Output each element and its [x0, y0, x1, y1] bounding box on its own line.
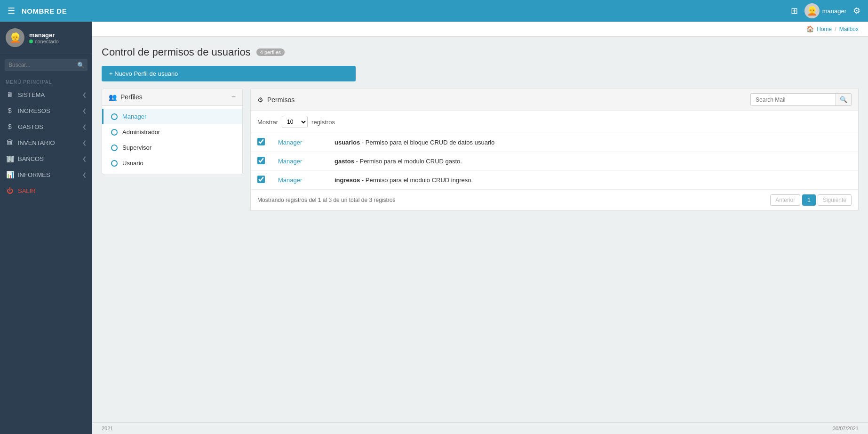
salir-icon: ⏻: [6, 187, 14, 194]
menu-section-label: MENÚ PRINCIPAL: [0, 76, 92, 87]
page-badge: 4 perfiles: [256, 48, 285, 56]
search-icon: 🔍: [77, 62, 85, 69]
grid-icon[interactable]: ⊞: [791, 6, 798, 16]
profiles-panel: 👥 Perfiles − Manager Administrador: [102, 88, 243, 174]
table-row: Manager usuarios - Permiso para el bloqu…: [251, 133, 858, 152]
sidebar-item-ingresos[interactable]: $ INGRESOS ❮: [0, 103, 92, 119]
permisos-tbody: Manager usuarios - Permiso para el bloqu…: [251, 133, 858, 189]
gear-icon[interactable]: ⚙: [853, 6, 860, 16]
inventario-icon: 🏛: [6, 139, 14, 146]
avatar: 👱: [804, 3, 820, 18]
profile-dot-usuario: [111, 160, 118, 167]
permisos-search-button[interactable]: 🔍: [836, 94, 851, 105]
perm-profile-cell-3: Manager: [271, 171, 328, 190]
sidebar-item-bancos[interactable]: 🏢 BANCOS ❮: [0, 151, 92, 167]
permisos-title-group: ⚙ Permisos: [257, 96, 295, 104]
permisos-panel: ⚙ Permisos 🔍 Mostrar 10 25: [250, 88, 859, 211]
hamburger-icon[interactable]: ☰: [8, 6, 15, 16]
permisos-search-input[interactable]: [751, 94, 836, 105]
next-page-button[interactable]: Siguiente: [818, 194, 852, 206]
profile-item-usuario[interactable]: Usuario: [102, 155, 242, 171]
profiles-panel-header: 👥 Perfiles −: [102, 88, 242, 106]
table-row: Manager gastos - Permiso para el modulo …: [251, 152, 858, 171]
page-header: Control de permisos de usuarios 4 perfil…: [102, 46, 859, 58]
perm-profile-link-2[interactable]: Manager: [278, 158, 302, 165]
top-nav-left: ☰ NOMBRE DE: [8, 6, 67, 16]
profile-list: Manager Administrador Supervisor Us: [102, 106, 242, 174]
sidebar-label-gastos: GASTOS: [18, 123, 79, 130]
perm-bold-2: gastos: [334, 158, 354, 165]
sidebar-item-informes[interactable]: 📊 INFORMES ❮: [0, 167, 92, 183]
profiles-panel-title: Perfiles: [120, 93, 143, 101]
perm-bold-1: usuarios: [334, 139, 360, 146]
gear-permisos-icon: ⚙: [257, 96, 263, 104]
user-menu[interactable]: 👱 manager: [804, 3, 846, 18]
profile-label-administrador: Administrador: [122, 129, 160, 136]
status-dot: [29, 40, 33, 43]
minimize-icon[interactable]: −: [231, 93, 236, 101]
prev-page-button[interactable]: Anterior: [770, 194, 800, 206]
show-label: Mostrar: [257, 119, 278, 126]
breadcrumb-separator: /: [835, 26, 836, 32]
page-1-button[interactable]: 1: [802, 194, 816, 206]
top-navbar: ☰ NOMBRE DE ⊞ 👱 manager ⚙: [0, 0, 868, 22]
sidebar-item-gastos[interactable]: $ GASTOS ❮: [0, 119, 92, 135]
perm-description-1: usuarios - Permiso para el bloque CRUD d…: [334, 139, 494, 146]
content-area: 🏠 Home / Mailbox Control de permisos de …: [92, 22, 868, 434]
perm-rest-2: - Permiso para el modulo CRUD gasto.: [354, 158, 462, 165]
sidebar-item-sistema[interactable]: 🖥 SISTEMA ❮: [0, 87, 92, 103]
profile-label-usuario: Usuario: [122, 160, 143, 167]
show-select[interactable]: 10 25 50 100: [282, 116, 308, 128]
footer-info: Mostrando registros del 1 al 3 de un tot…: [257, 197, 396, 203]
status-label: conectado: [35, 39, 59, 44]
bancos-icon: 🏢: [6, 155, 14, 162]
sidebar-user-info: 👱 manager conectado: [0, 22, 92, 54]
perm-checkbox-2[interactable]: [257, 157, 265, 164]
profile-item-administrador[interactable]: Administrador: [102, 124, 242, 140]
new-profile-button[interactable]: + Nuevo Perfil de usuario: [102, 66, 356, 81]
perm-profile-link-3[interactable]: Manager: [278, 177, 302, 184]
sidebar-item-inventario[interactable]: 🏛 INVENTARIO ❮: [0, 135, 92, 151]
sidebar-label-inventario: INVENTARIO: [18, 139, 79, 146]
perm-checkbox-1[interactable]: [257, 138, 265, 145]
sidebar-username: manager: [29, 32, 59, 39]
bottom-bar: 2021 30/07/2021: [92, 422, 868, 434]
permisos-panel-header: ⚙ Permisos 🔍: [251, 88, 858, 111]
permisos-table: Manager usuarios - Permiso para el bloqu…: [251, 133, 858, 189]
profile-label-manager: Manager: [122, 113, 146, 120]
perm-check-cell-3: [251, 171, 271, 190]
sidebar-user-details: manager conectado: [29, 32, 59, 44]
profile-item-manager[interactable]: Manager: [102, 109, 242, 124]
profile-dot-supervisor: [111, 145, 118, 151]
sidebar-status: conectado: [29, 39, 59, 44]
perm-rest-3: - Permiso para el modulo CRUD ingreso.: [360, 177, 473, 184]
profile-label-supervisor: Supervisor: [122, 144, 151, 151]
perm-profile-link-1[interactable]: Manager: [278, 139, 302, 146]
sistema-icon: 🖥: [6, 91, 14, 98]
perm-desc-cell-1: usuarios - Permiso para el bloque CRUD d…: [328, 133, 858, 152]
sidebar-avatar: 👱: [6, 28, 24, 47]
profile-item-supervisor[interactable]: Supervisor: [102, 140, 242, 155]
perm-desc-cell-3: ingresos - Permiso para el modulo CRUD i…: [328, 171, 858, 190]
profiles-icon: 👥: [109, 93, 117, 101]
chevron-icon-sistema: ❮: [82, 92, 87, 98]
chevron-icon-bancos: ❮: [82, 156, 87, 162]
breadcrumb-mailbox[interactable]: Mailbox: [839, 26, 859, 32]
perm-check-cell-1: [251, 133, 271, 152]
top-nav-right: ⊞ 👱 manager ⚙: [791, 3, 860, 18]
sidebar-item-salir[interactable]: ⏻ SALIR: [0, 183, 92, 199]
perm-checkbox-3[interactable]: [257, 176, 265, 183]
page-title: Control de permisos de usuarios: [102, 46, 251, 58]
perm-rest-1: - Permiso para el bloque CRUD de datos u…: [360, 139, 494, 146]
nav-username: manager: [822, 8, 846, 15]
perm-desc-cell-2: gastos - Permiso para el modulo CRUD gas…: [328, 152, 858, 171]
search-input[interactable]: [5, 59, 88, 71]
breadcrumb: 🏠 Home / Mailbox: [92, 22, 868, 37]
sidebar-label-informes: INFORMES: [18, 171, 79, 178]
page-content: Control de permisos de usuarios 4 perfil…: [92, 37, 868, 422]
chevron-icon-ingresos: ❮: [82, 108, 87, 114]
informes-icon: 📊: [6, 171, 14, 178]
perm-description-3: ingresos - Permiso para el modulo CRUD i…: [334, 177, 473, 184]
profile-dot-administrador: [111, 129, 118, 136]
breadcrumb-home[interactable]: Home: [817, 26, 832, 32]
